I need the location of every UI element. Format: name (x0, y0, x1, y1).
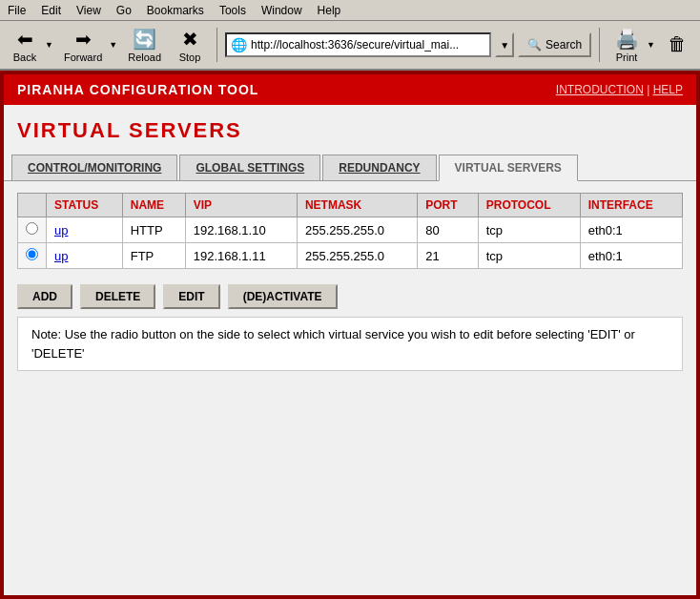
reload-label: Reload (128, 52, 161, 63)
menu-file[interactable]: File (4, 3, 30, 18)
stop-label: Stop (179, 52, 201, 63)
col-status: STATUS (47, 194, 123, 217)
protocol-cell-1: tcp (478, 217, 580, 243)
status-up-1[interactable]: up (54, 223, 68, 238)
netmask-cell-2: 255.255.255.0 (297, 243, 417, 269)
name-cell-2: FTP (122, 243, 185, 269)
vip-cell-1: 192.168.1.10 (185, 217, 297, 243)
page-title: VIRTUAL SERVERS (4, 105, 696, 151)
status-cell-1: up (47, 217, 123, 243)
table-header-row: STATUS NAME VIP NETMASK PORT PROTOCOL IN… (18, 194, 683, 217)
address-input-wrap: 🌐 (225, 32, 491, 57)
status-up-2[interactable]: up (54, 249, 68, 263)
table-row: up FTP 192.168.1.11 255.255.255.0 21 tcp… (18, 243, 683, 269)
search-label: Search (546, 38, 582, 52)
print-btn-group: 🖨️ Print ▼ (607, 23, 656, 67)
forward-dropdown[interactable]: ▼ (108, 23, 118, 67)
print-label: Print (616, 52, 638, 63)
back-icon: ⬅ (17, 28, 33, 51)
add-button[interactable]: ADD (17, 284, 72, 309)
col-interface: INTERFACE (580, 194, 682, 217)
tab-global-settings[interactable]: GLOBAL SETTINGS (179, 155, 320, 180)
edit-button[interactable]: EDIT (163, 284, 219, 309)
delete-button[interactable]: DELETE (80, 284, 155, 309)
virtual-servers-table: STATUS NAME VIP NETMASK PORT PROTOCOL IN… (17, 193, 683, 269)
menu-view[interactable]: View (72, 3, 105, 18)
brand-name: PIRANHA (17, 82, 85, 97)
print-dropdown[interactable]: ▼ (646, 23, 656, 67)
col-protocol: PROTOCOL (478, 194, 580, 217)
introduction-link[interactable]: INTRODUCTION (556, 83, 644, 96)
print-button[interactable]: 🖨️ Print (607, 23, 646, 67)
name-cell-1: HTTP (122, 217, 185, 243)
col-port: PORT (418, 194, 479, 217)
menu-bar: File Edit View Go Bookmarks Tools Window… (0, 0, 700, 21)
note-text: Note: Use the radio button on the side t… (17, 317, 683, 371)
menu-window[interactable]: Window (257, 3, 306, 18)
radio-button-2[interactable] (26, 248, 38, 260)
trash-icon: 🗑 (668, 33, 687, 55)
search-button[interactable]: 🔍 Search (518, 32, 591, 57)
tab-redundancy[interactable]: REDUNDANCY (322, 155, 436, 180)
netmask-cell-1: 255.255.255.0 (297, 217, 417, 243)
col-vip: VIP (185, 194, 297, 217)
app-title: PIRANHA CONFIGURATION TOOL (17, 82, 258, 97)
port-cell-1: 80 (418, 217, 479, 243)
interface-cell-2: eth0:1 (580, 243, 682, 269)
reload-button[interactable]: 🔄 Reload (122, 23, 167, 67)
app-header: PIRANHA CONFIGURATION TOOL INTRODUCTION … (4, 74, 696, 105)
interface-cell-1: eth0:1 (580, 217, 682, 243)
toolbar-separator (216, 28, 217, 62)
menu-edit[interactable]: Edit (37, 3, 65, 18)
back-dropdown[interactable]: ▼ (44, 23, 54, 67)
address-dropdown-btn[interactable]: ▼ (495, 32, 514, 57)
forward-label: Forward (64, 52, 102, 63)
col-netmask: NETMASK (297, 194, 417, 217)
forward-icon: ➡ (75, 28, 92, 51)
print-icon: 🖨️ (615, 28, 639, 51)
back-label: Back (13, 52, 36, 63)
inner-content: PIRANHA CONFIGURATION TOOL INTRODUCTION … (4, 74, 696, 595)
nav-tabs: CONTROL/MONITORING GLOBAL SETTINGS REDUN… (4, 151, 696, 181)
vip-cell-2: 192.168.1.11 (185, 243, 297, 269)
app-title-text: CONFIGURATION TOOL (85, 82, 259, 97)
menu-bookmarks[interactable]: Bookmarks (143, 3, 208, 18)
deactivate-button[interactable]: (DE)ACTIVATE (228, 284, 338, 309)
address-input[interactable] (251, 38, 485, 52)
back-btn-group: ⬅ Back ▼ (6, 23, 54, 67)
help-link[interactable]: HELP (653, 83, 683, 96)
tab-control-monitoring[interactable]: CONTROL/MONITORING (11, 155, 177, 180)
col-radio (18, 194, 47, 217)
search-icon: 🔍 (527, 38, 542, 52)
menu-tools[interactable]: Tools (216, 3, 250, 18)
port-cell-2: 21 (418, 243, 479, 269)
address-bar: 🌐 ▼ 🔍 Search (225, 32, 591, 57)
toolbar-separator-2 (599, 28, 600, 62)
back-button[interactable]: ⬅ Back (6, 23, 44, 67)
reload-icon: 🔄 (133, 28, 156, 51)
radio-cell-1[interactable] (18, 217, 47, 243)
header-links: INTRODUCTION | HELP (556, 83, 683, 96)
forward-button[interactable]: ➡ Forward (58, 23, 108, 67)
menu-help[interactable]: Help (314, 3, 345, 18)
stop-icon: ✖ (182, 28, 198, 51)
trash-button[interactable]: 🗑 (660, 23, 694, 67)
status-cell-2: up (47, 243, 123, 269)
radio-button-1[interactable] (26, 222, 38, 235)
stop-button[interactable]: ✖ Stop (171, 23, 209, 67)
radio-cell-2[interactable] (18, 243, 47, 269)
table-wrap: STATUS NAME VIP NETMASK PORT PROTOCOL IN… (4, 181, 696, 277)
content-wrap: PIRANHA CONFIGURATION TOOL INTRODUCTION … (0, 71, 700, 599)
menu-go[interactable]: Go (113, 3, 135, 18)
protocol-cell-2: tcp (478, 243, 580, 269)
table-row: up HTTP 192.168.1.10 255.255.255.0 80 tc… (18, 217, 683, 243)
address-icon: 🌐 (231, 37, 247, 52)
tab-virtual-servers[interactable]: VIRTUAL SERVERS (439, 155, 578, 181)
forward-btn-group: ➡ Forward ▼ (58, 23, 118, 67)
toolbar: ⬅ Back ▼ ➡ Forward ▼ 🔄 Reload ✖ Stop 🌐 ▼… (0, 21, 700, 71)
col-name: NAME (122, 194, 185, 217)
action-buttons: ADD DELETE EDIT (DE)ACTIVATE (4, 277, 696, 317)
